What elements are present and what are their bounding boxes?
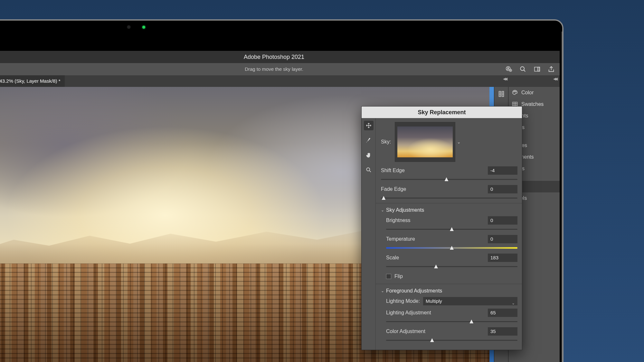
camera-active-indicator — [142, 26, 145, 29]
lighting-adjustment-label: Lighting Adjustment — [386, 310, 488, 316]
scale-value[interactable]: 183 — [488, 254, 517, 262]
brightness-label: Brightness — [386, 218, 488, 223]
scale-slider[interactable] — [386, 264, 517, 269]
camera-dot — [127, 25, 131, 29]
svg-rect-11 — [513, 102, 517, 106]
scale-label: Scale — [386, 255, 488, 261]
app-title: Adobe Photoshop 2021 — [244, 54, 304, 60]
workspace-icon[interactable] — [533, 65, 541, 73]
panel-label: Swatches — [521, 101, 544, 107]
shift-edge-label: Shift Edge — [381, 168, 488, 173]
temperature-slider[interactable] — [386, 245, 517, 250]
brush-tool[interactable] — [364, 135, 374, 145]
svg-point-3 — [520, 67, 524, 70]
sky-picker-label: Sky: — [381, 139, 391, 145]
chevron-down-icon: ⌄ — [381, 289, 384, 293]
document-tab-bar: o 43.2% (Sky, Layer Mask/8) * ◀◀ ◀◀ — [0, 75, 560, 87]
color-adjustment-slider[interactable] — [386, 338, 517, 343]
lighting-mode-label: Lighting Mode: — [386, 298, 420, 304]
chevron-down-icon: ⌄ — [512, 299, 515, 307]
color-picker-icon[interactable] — [497, 90, 505, 98]
chevron-down-icon: ⌄ — [381, 208, 384, 212]
search-icon[interactable] — [519, 65, 527, 73]
sky-thumbnail — [397, 126, 453, 157]
svg-point-9 — [515, 91, 515, 92]
fade-edge-label: Fade Edge — [381, 186, 488, 192]
sky-adjustments-header[interactable]: ⌄ Sky Adjustments — [381, 207, 517, 213]
flip-checkbox[interactable] — [386, 274, 391, 279]
chevron-down-icon: ⌄ — [457, 139, 461, 144]
document-tab-label: o 43.2% (Sky, Layer Mask/8) * — [0, 78, 60, 84]
fade-edge-value[interactable]: 0 — [488, 185, 517, 193]
move-tool[interactable] — [364, 121, 374, 130]
svg-rect-7 — [502, 91, 504, 97]
zoom-tool[interactable] — [364, 165, 374, 175]
svg-point-12 — [366, 168, 370, 171]
dialog-title[interactable]: Sky Replacement — [362, 107, 522, 118]
shift-edge-value[interactable]: -4 — [488, 166, 517, 175]
dialog-toolbar — [362, 118, 376, 350]
color-adjustment-value[interactable]: 35 — [488, 327, 517, 336]
cloud-user-icon[interactable] — [505, 65, 513, 73]
options-bar: Drag to move the sky layer. — [0, 63, 560, 75]
temperature-value[interactable]: 0 — [488, 235, 517, 243]
panel-collapse-icon[interactable]: ◀◀ — [553, 77, 556, 81]
sky-replacement-dialog[interactable]: Sky Replacement Sky: ⌄ — [361, 106, 522, 350]
section-label: Foreground Adjustments — [386, 288, 442, 294]
palette-icon — [512, 89, 518, 96]
hand-tool[interactable] — [364, 150, 374, 160]
svg-rect-6 — [499, 91, 501, 97]
foreground-adjustments-header[interactable]: ⌄ Foreground Adjustments — [381, 288, 517, 294]
sky-preset-picker[interactable]: ⌄ — [395, 122, 455, 162]
title-bar: Adobe Photoshop 2021 — [0, 51, 560, 63]
section-label: Sky Adjustments — [386, 207, 424, 213]
document-tab[interactable]: o 43.2% (Sky, Layer Mask/8) * — [0, 75, 65, 87]
lighting-mode-select[interactable]: Multiply ⌄ — [423, 297, 517, 305]
brightness-slider[interactable] — [386, 227, 517, 232]
dialog-content: Sky: ⌄ Shift Edge -4 Fade Edge 0 — [376, 118, 522, 350]
options-hint: Drag to move the sky layer. — [245, 66, 303, 72]
shift-edge-slider[interactable] — [381, 177, 517, 182]
dialog-title-label: Sky Replacement — [418, 109, 466, 116]
color-adjustment-label: Color Adjustment — [386, 329, 488, 334]
panel-collapse-icon[interactable]: ◀◀ — [503, 77, 506, 81]
svg-point-1 — [507, 68, 509, 69]
share-icon[interactable] — [547, 65, 555, 73]
svg-point-8 — [514, 92, 514, 92]
brightness-value[interactable]: 0 — [488, 216, 517, 225]
fade-edge-slider[interactable] — [381, 195, 517, 200]
svg-point-10 — [516, 92, 516, 92]
panel-label: Color — [521, 90, 534, 96]
laptop-notch — [0, 21, 562, 32]
lighting-mode-value: Multiply — [426, 298, 442, 304]
flip-label: Flip — [394, 274, 403, 279]
panel-tab-color[interactable]: Color — [508, 87, 560, 98]
lighting-adjustment-value[interactable]: 65 — [488, 309, 517, 317]
lighting-adjustment-slider[interactable] — [386, 319, 517, 324]
svg-rect-5 — [538, 67, 540, 71]
temperature-label: Temperature — [386, 236, 488, 242]
